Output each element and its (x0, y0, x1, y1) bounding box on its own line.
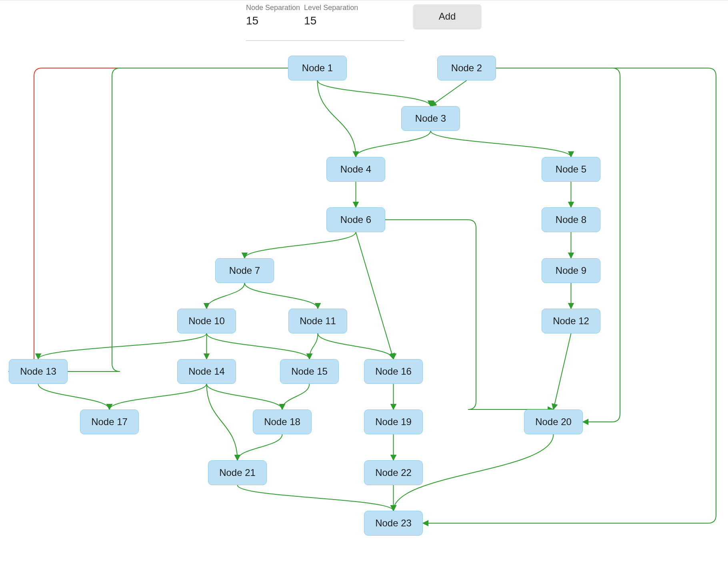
node-n20[interactable]: Node 20 (524, 409, 583, 434)
node-n4[interactable]: Node 4 (326, 157, 385, 182)
edge-n14-n21 (207, 384, 238, 460)
node-n15[interactable]: Node 15 (280, 359, 339, 384)
node-n8[interactable]: Node 8 (542, 207, 600, 232)
node-separation-field[interactable]: Node Separation (246, 4, 300, 27)
edge-n10-n15 (207, 333, 310, 359)
edge-n12-n20 (554, 333, 571, 409)
edge-n2-n23 (423, 68, 716, 523)
node-n14[interactable]: Node 14 (177, 359, 236, 384)
level-separation-label: Level Separation (304, 4, 380, 12)
add-button[interactable]: Add (413, 4, 481, 28)
node-n7[interactable]: Node 7 (215, 258, 274, 283)
node-n23[interactable]: Node 23 (364, 511, 423, 536)
node-n19[interactable]: Node 19 (364, 409, 423, 434)
node-n10[interactable]: Node 10 (177, 309, 236, 333)
edge-n14-n17 (110, 384, 207, 409)
edge-n1-n3 (318, 80, 431, 106)
node-n5[interactable]: Node 5 (542, 157, 600, 182)
edge-n1-n13 (9, 68, 288, 371)
level-separation-input[interactable] (304, 14, 356, 27)
node-n6[interactable]: Node 6 (326, 207, 385, 232)
node-n9[interactable]: Node 9 (542, 258, 600, 283)
node-n12[interactable]: Node 12 (542, 309, 600, 333)
edge-n6-n7 (245, 232, 356, 258)
edge-n21-n23 (238, 485, 394, 511)
edge-n1-n4 (318, 80, 356, 157)
edge-n15-n18 (282, 384, 310, 409)
edge-n2-n3 (431, 80, 467, 106)
edge-n13-n17 (38, 384, 110, 409)
controls-underline (246, 40, 404, 41)
edge-n3-n4 (356, 131, 431, 157)
edge-n1-n13 (9, 68, 288, 371)
edge-n6-n16 (356, 232, 394, 359)
node-n2[interactable]: Node 2 (437, 56, 496, 80)
node-n17[interactable]: Node 17 (80, 409, 139, 434)
node-n16[interactable]: Node 16 (364, 359, 423, 384)
diagram-canvas: Node Separation Level Separation Add Nod… (0, 0, 728, 566)
controls-bar: Node Separation Level Separation (246, 4, 384, 27)
node-n11[interactable]: Node 11 (288, 309, 347, 333)
edge-n11-n15 (310, 333, 318, 359)
edge-n14-n18 (207, 384, 282, 409)
edge-n2-n20 (496, 68, 620, 422)
node-n13[interactable]: Node 13 (9, 359, 68, 384)
node-separation-label: Node Separation (246, 4, 300, 12)
level-separation-field[interactable]: Level Separation (304, 4, 380, 27)
edge-n10-n13 (38, 333, 207, 359)
edge-n7-n11 (245, 283, 318, 309)
node-n18[interactable]: Node 18 (253, 409, 312, 434)
node-n22[interactable]: Node 22 (364, 460, 423, 485)
node-n3[interactable]: Node 3 (401, 106, 460, 131)
node-separation-input[interactable] (246, 14, 298, 27)
node-n1[interactable]: Node 1 (288, 56, 347, 80)
edge-n11-n16 (318, 333, 394, 359)
edge-n18-n21 (238, 434, 282, 460)
node-n21[interactable]: Node 21 (208, 460, 267, 485)
edge-n3-n5 (431, 131, 571, 157)
edge-n7-n10 (207, 283, 245, 309)
